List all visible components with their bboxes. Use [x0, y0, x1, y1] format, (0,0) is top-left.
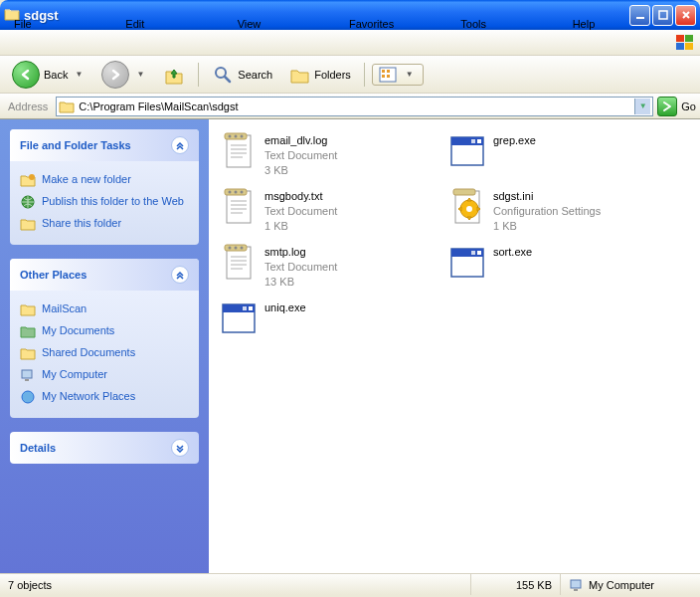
details-panel: Details — [10, 432, 199, 464]
svg-point-46 — [235, 247, 238, 250]
place-network[interactable]: My Network Places — [20, 386, 189, 408]
places-header[interactable]: Other Places — [10, 259, 199, 291]
address-label: Address — [4, 100, 52, 112]
svg-rect-61 — [574, 589, 578, 591]
file-type: Configuration Settings — [493, 204, 601, 219]
task-new-folder[interactable]: Make a new folder — [20, 169, 189, 191]
back-label: Back — [44, 69, 68, 81]
task-share[interactable]: Share this folder — [20, 213, 189, 235]
views-icon — [379, 67, 397, 83]
text-file-icon — [219, 187, 259, 231]
menu-help[interactable]: Help — [565, 15, 676, 71]
folder-icon — [59, 100, 75, 113]
menu-tools[interactable]: Tools — [452, 15, 564, 71]
address-field[interactable]: ▼ — [56, 97, 653, 116]
expand-icon — [171, 439, 189, 457]
file-size: 3 KB — [264, 163, 337, 178]
address-dropdown-button[interactable]: ▼ — [634, 99, 650, 114]
search-label: Search — [238, 69, 272, 81]
chevron-down-icon[interactable]: ▼ — [133, 70, 147, 79]
places-title: Other Places — [20, 269, 87, 281]
places-panel: Other Places MailScan My Documents Share… — [10, 259, 199, 418]
folders-button[interactable]: Folders — [282, 61, 357, 89]
place-label: My Computer — [42, 367, 107, 381]
search-icon — [212, 64, 234, 86]
svg-rect-5 — [685, 43, 693, 50]
svg-rect-10 — [387, 70, 390, 73]
place-mailscan[interactable]: MailScan — [20, 298, 189, 320]
svg-point-34 — [241, 191, 244, 194]
file-item[interactable]: sdgst.iniConfiguration Settings1 KB — [441, 185, 670, 241]
file-name: sort.exe — [493, 245, 532, 260]
file-item[interactable]: grep.exe — [441, 129, 670, 185]
collapse-icon — [171, 136, 189, 154]
status-size: 155 KB — [516, 579, 552, 591]
svg-rect-4 — [676, 43, 684, 50]
new-folder-icon — [20, 172, 36, 188]
task-publish[interactable]: Publish this folder to the Web — [20, 191, 189, 213]
svg-point-19 — [229, 135, 232, 138]
up-button[interactable] — [157, 61, 191, 89]
application-icon — [447, 131, 487, 175]
globe-icon — [20, 194, 36, 210]
folders-icon — [288, 64, 310, 86]
status-location: My Computer — [589, 579, 654, 591]
svg-rect-54 — [477, 251, 481, 255]
task-label: Publish this folder to the Web — [42, 194, 184, 208]
place-label: My Documents — [42, 323, 114, 337]
file-name: email_dlv.log — [264, 133, 337, 148]
views-button[interactable]: ▼ — [372, 64, 424, 86]
text-file-icon — [219, 131, 259, 175]
address-bar: Address ▼ Go — [0, 94, 700, 119]
file-item[interactable]: msgbody.txtText Document1 KB — [213, 185, 441, 241]
task-label: Share this folder — [42, 216, 121, 230]
menu-favorites[interactable]: Favorites — [341, 15, 452, 71]
place-shared[interactable]: Shared Documents — [20, 342, 189, 364]
application-icon — [219, 298, 259, 342]
close-button[interactable] — [675, 5, 696, 26]
file-item[interactable]: smtp.logText Document13 KB — [213, 241, 441, 297]
text-file-icon — [219, 243, 259, 287]
task-label: Make a new folder — [42, 172, 131, 186]
computer-icon — [569, 578, 585, 592]
file-name: grep.exe — [493, 133, 536, 148]
separator — [198, 63, 199, 87]
file-list[interactable]: email_dlv.logText Document3 KBgrep.exems… — [209, 119, 700, 573]
place-label: Shared Documents — [42, 345, 135, 359]
file-name: msgbody.txt — [264, 189, 337, 204]
forward-button[interactable]: ▼ — [95, 58, 153, 92]
file-name: uniq.exe — [264, 300, 306, 315]
go-button[interactable] — [657, 97, 677, 116]
svg-point-12 — [29, 174, 35, 180]
search-button[interactable]: Search — [206, 61, 278, 89]
svg-rect-59 — [243, 306, 247, 310]
tasks-header[interactable]: File and Folder Tasks — [10, 129, 199, 161]
svg-rect-58 — [249, 306, 253, 310]
file-item[interactable]: sort.exe — [441, 241, 670, 297]
place-label: My Network Places — [42, 389, 135, 403]
svg-rect-15 — [25, 379, 29, 381]
folders-label: Folders — [314, 69, 351, 81]
file-item[interactable]: uniq.exe — [213, 297, 441, 352]
file-type: Text Document — [264, 148, 337, 163]
file-name: sdgst.ini — [493, 189, 601, 204]
svg-rect-14 — [22, 370, 32, 378]
address-input[interactable] — [75, 100, 634, 112]
side-pane: File and Folder Tasks Make a new folder … — [0, 119, 209, 573]
svg-rect-55 — [471, 251, 475, 255]
file-item[interactable]: email_dlv.logText Document3 KB — [213, 129, 441, 185]
details-title: Details — [20, 442, 56, 454]
svg-point-47 — [241, 247, 244, 250]
svg-point-32 — [229, 191, 232, 194]
chevron-down-icon[interactable]: ▼ — [72, 70, 86, 79]
place-computer[interactable]: My Computer — [20, 364, 189, 386]
svg-rect-43 — [227, 247, 251, 279]
svg-rect-3 — [685, 35, 693, 42]
details-header[interactable]: Details — [10, 432, 199, 464]
place-documents[interactable]: My Documents — [20, 320, 189, 342]
back-button[interactable]: Back ▼ — [6, 58, 91, 92]
application-icon — [447, 243, 487, 287]
svg-point-21 — [241, 135, 244, 138]
file-size: 13 KB — [264, 275, 337, 290]
svg-rect-30 — [227, 191, 251, 223]
